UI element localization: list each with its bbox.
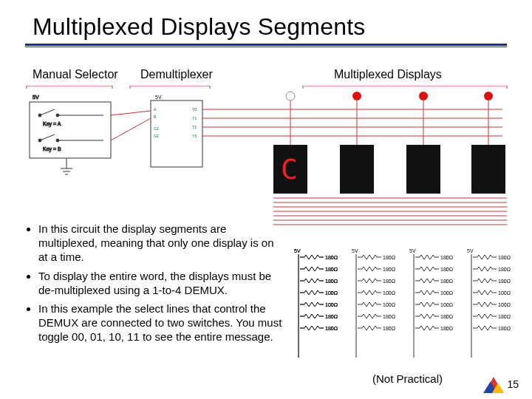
seven-seg-group: C	[273, 92, 507, 225]
bullet-item: In this circuit the display segments are…	[38, 222, 285, 265]
svg-text:G2: G2	[154, 134, 159, 138]
not-practical-note: (Not Practical)	[372, 372, 443, 385]
page-title: Multiplexed Displays Segments	[0, 0, 532, 44]
resistor-networks: 5V 180Ω 180Ω 180Ω 100Ω 100Ω 180Ω 180Ω	[294, 247, 516, 372]
svg-text:C: C	[281, 153, 298, 185]
svg-line-2	[40, 109, 55, 115]
bullet-item: To display the entire word, the displays…	[38, 269, 285, 297]
bullet-item: In this example the select lines that co…	[38, 301, 285, 344]
demux-chip: 5V AB G1G2 Y0Y1Y2Y3	[111, 95, 202, 167]
label-demultiplexer: Demultiplexer	[140, 68, 213, 81]
key-b-label: Key = B	[43, 146, 61, 152]
label-multiplexed-displays: Multiplexed Displays	[334, 68, 442, 81]
svg-text:Y2: Y2	[192, 125, 197, 129]
svg-rect-33	[471, 145, 505, 194]
label-manual-selector: Manual Selector	[33, 68, 118, 81]
svg-rect-32	[406, 145, 440, 194]
svg-rect-31	[340, 145, 374, 194]
page-number: 15	[507, 378, 519, 390]
svg-text:Y3: Y3	[192, 134, 197, 138]
svg-line-24	[111, 118, 151, 140]
svg-text:5V: 5V	[155, 95, 162, 100]
title-rule	[25, 44, 507, 46]
pltw-logo-icon	[483, 375, 504, 393]
svg-line-6	[40, 134, 55, 140]
svg-point-36	[484, 92, 493, 100]
svg-point-34	[352, 92, 361, 100]
key-a-label: Key = A	[43, 121, 61, 127]
svg-text:Y1: Y1	[192, 116, 197, 120]
svg-text:G1: G1	[154, 126, 159, 131]
circuit-diagram: 5V Key = A Key = B 5V AB G1G2 Y0Y1Y2Y3	[22, 86, 511, 226]
svg-point-37	[286, 92, 295, 100]
bullet-list: In this circuit the display segments are…	[25, 222, 285, 349]
svg-point-35	[419, 92, 428, 100]
svg-line-23	[111, 111, 151, 115]
title-rule-thin	[25, 47, 507, 47]
supply-label: 5V	[33, 95, 39, 100]
svg-rect-0	[30, 102, 111, 158]
svg-text:Y0: Y0	[192, 107, 197, 112]
probe-icon	[352, 92, 493, 100]
